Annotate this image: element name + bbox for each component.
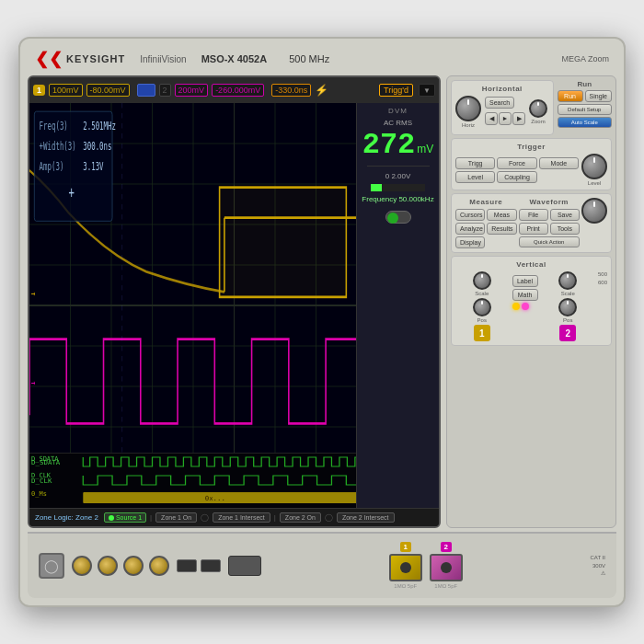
- search-btn[interactable]: Search: [485, 97, 514, 109]
- measure-btns: Cursors Meas Analyze Results Display: [455, 209, 517, 248]
- ch1-badge[interactable]: 1: [33, 85, 45, 96]
- safety-info: CAT II300V⚠: [591, 554, 605, 577]
- vertical-controls: Scale Pos 1 Label Math: [455, 271, 607, 341]
- svg-text:→: →: [31, 286, 35, 300]
- usb-port-2[interactable]: [201, 559, 221, 572]
- zone-sep2: ◯: [201, 513, 209, 522]
- single-btn[interactable]: Single: [585, 90, 612, 102]
- ch2-offset[interactable]: -260.000mV: [212, 84, 264, 97]
- bnc-group: [72, 556, 169, 576]
- bnc-3[interactable]: [123, 556, 144, 576]
- ch1-offset[interactable]: -80.00mV: [86, 84, 130, 97]
- ch2-scale[interactable]: 200mV: [175, 84, 209, 97]
- ch2-controls: Scale Pos 2: [542, 271, 595, 341]
- svg-text:+Width(3): +Width(3): [40, 139, 76, 153]
- bnc-1[interactable]: [72, 556, 92, 576]
- ch1-scale-label: Scale: [475, 291, 489, 296]
- svg-text:→: →: [31, 375, 35, 389]
- brand-name: KEYSIGHT: [66, 53, 125, 64]
- dvm-unit: mV: [417, 143, 433, 155]
- zone-source-val: 1: [138, 514, 142, 521]
- svg-text:Amp(3): Amp(3): [40, 159, 64, 173]
- zone-source-dot: [109, 515, 114, 521]
- measure-title: Measure: [455, 198, 517, 206]
- ch1-pos-knob-group: Pos: [473, 298, 491, 323]
- zone2-on-label: Zone 2 On: [285, 514, 316, 521]
- ch1-scale[interactable]: 100mV: [49, 84, 83, 97]
- print-btn[interactable]: Print: [519, 223, 548, 235]
- front-panel: ◯ 1 1MΩ 5pF 2 1MΩ 5pF C: [28, 532, 616, 598]
- ch1-num-badge[interactable]: 1: [474, 325, 490, 341]
- horiz-knob[interactable]: [455, 96, 481, 121]
- force-btn[interactable]: Force: [497, 157, 536, 169]
- ch2-pos-knob-group: Pos: [558, 298, 577, 323]
- meas-btn[interactable]: Meas: [487, 209, 516, 221]
- ch2-probe-port[interactable]: [430, 554, 463, 581]
- ch3-placeholder: 2: [159, 84, 171, 97]
- level-btn[interactable]: Level: [455, 171, 495, 183]
- run-btn[interactable]: Run: [558, 90, 583, 102]
- zone-source-label: Source: [116, 514, 136, 521]
- ch2-probe-connector: 2 1MΩ 5pF: [430, 542, 463, 590]
- ch1-scale-knob[interactable]: [473, 271, 491, 290]
- zoom-knob[interactable]: [529, 99, 547, 118]
- ch1-knob-group: Scale: [473, 271, 491, 296]
- default-setup-btn[interactable]: Default Setup: [558, 104, 612, 115]
- bnc-2[interactable]: [98, 556, 118, 576]
- power-icon: ◯: [44, 558, 59, 573]
- coupling-btn[interactable]: Coupling: [497, 171, 536, 183]
- measure-group: Measure Cursors Meas Analyze Results Dis…: [455, 198, 517, 248]
- ch1-pos-knob[interactable]: [473, 298, 491, 316]
- power-button[interactable]: ◯: [39, 553, 64, 579]
- timebase-delay[interactable]: -330.0ns: [271, 84, 311, 97]
- series-name: InfiniiVision: [140, 54, 186, 64]
- horiz-btn-row2: ◀ ► ▶: [485, 112, 525, 125]
- zoom-knob-group: Zoom: [529, 99, 547, 124]
- nav-play-btn[interactable]: ►: [499, 112, 512, 125]
- zone1-on-btn[interactable]: Zone 1 On: [155, 512, 197, 523]
- nav-right-btn[interactable]: ▶: [512, 112, 525, 125]
- dvm-sub-value: 0 2.00V: [385, 172, 411, 180]
- vertical-section: Vertical Scale Pos 1: [451, 256, 612, 346]
- results-btn[interactable]: Results: [487, 223, 516, 235]
- ch1-probe-badge: 1: [400, 542, 411, 552]
- ch2-num-badge[interactable]: 2: [559, 325, 576, 341]
- 600-label: 600: [598, 280, 607, 285]
- trigger-title: Trigger: [455, 143, 607, 151]
- zone-sep4: ◯: [325, 513, 333, 522]
- ch2-scale-label: Scale: [561, 291, 575, 296]
- bnc-4[interactable]: [149, 556, 169, 576]
- usb-port-1[interactable]: [177, 559, 197, 572]
- save-btn[interactable]: Save: [550, 209, 580, 221]
- zone2-on-btn[interactable]: Zone 2 On: [280, 512, 321, 523]
- zone1-btn[interactable]: Zone 1 Intersect: [213, 512, 270, 523]
- measure-knob[interactable]: [581, 198, 607, 224]
- trigger-knob-group: Level: [581, 154, 607, 186]
- digital-label-sdata: D_SDATA: [31, 455, 59, 463]
- math-btn[interactable]: Math: [512, 289, 538, 301]
- ch2-scale-knob[interactable]: [558, 271, 577, 290]
- display-btn[interactable]: Display: [455, 236, 485, 248]
- ch2-pos-knob[interactable]: [558, 298, 577, 316]
- analyze-btn[interactable]: Analyze: [455, 223, 485, 235]
- cursors-btn[interactable]: Cursors: [455, 209, 485, 221]
- trigger-level-knob[interactable]: [581, 154, 607, 179]
- label-btn[interactable]: Label: [512, 275, 538, 287]
- auto-scale-btn[interactable]: Auto Scale: [558, 117, 612, 128]
- dvm-toggle[interactable]: [385, 211, 411, 224]
- ch1-probe-port[interactable]: [389, 554, 422, 581]
- svg-text:0x...: 0x...: [205, 494, 225, 502]
- quick-action-btn[interactable]: Quick Action: [519, 236, 581, 247]
- 500-label: 500: [598, 271, 607, 277]
- file-btn[interactable]: File: [519, 209, 548, 221]
- zone-source-btn[interactable]: Source 1: [104, 512, 146, 523]
- trigg-btn[interactable]: Trigg: [455, 157, 495, 169]
- trigg-mode-btn[interactable]: Mode: [539, 157, 579, 169]
- run-stop-btns: Run Single: [558, 90, 612, 102]
- controls-panel: Horizontal Horiz Search ◀: [446, 75, 616, 528]
- tools-btn[interactable]: Tools: [550, 223, 580, 235]
- vertical-middle-btns: Label Math: [512, 275, 538, 310]
- zone2-btn[interactable]: Zone 2 Intersect: [337, 512, 395, 523]
- aux-connector[interactable]: [228, 556, 261, 576]
- nav-left-btn[interactable]: ◀: [485, 112, 498, 125]
